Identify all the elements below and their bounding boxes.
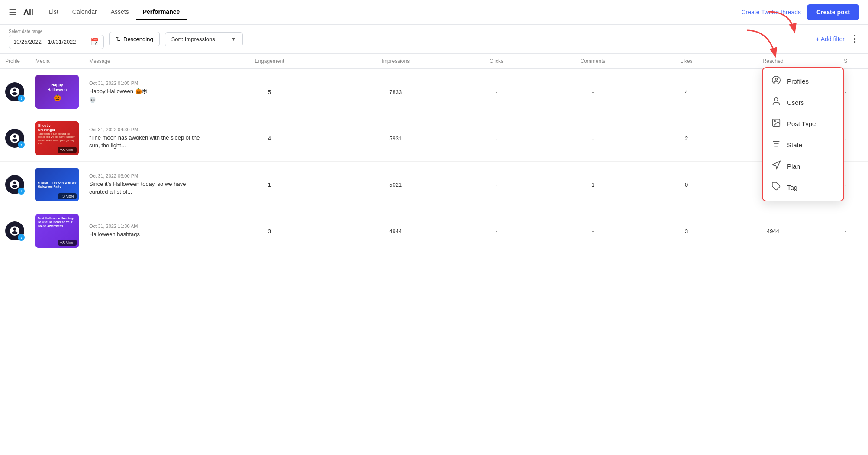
person-circle-icon: [771, 75, 781, 87]
date-range-value: 10/25/2022 – 10/31/2022: [13, 39, 76, 45]
likes-cell: 0: [650, 162, 723, 208]
filter-item-profiles[interactable]: Profiles: [763, 71, 843, 92]
twitter-badge: t: [18, 95, 25, 102]
calendar-icon: 📅: [90, 38, 99, 46]
filter-state-label: State: [787, 141, 802, 149]
twitter-badge: t: [18, 188, 25, 195]
svg-point-3: [774, 120, 775, 122]
sort-direction-button[interactable]: ⇅ Descending: [109, 32, 160, 46]
likes-cell: 4: [650, 69, 723, 115]
table-row: t HappyHalloween 🎃 Oct 31, 2022 01:05 PM…: [0, 69, 868, 115]
impressions-cell: 4944: [334, 208, 458, 254]
date-range-label: Select date range: [9, 29, 104, 34]
filter-item-post-type[interactable]: Post Type: [763, 113, 843, 134]
tab-list[interactable]: List: [42, 5, 65, 20]
message-cell: Oct 31, 2022 01:05 PM Happy Halloween 🎃🕷…: [84, 69, 205, 115]
avatar: t: [5, 221, 24, 240]
profile-cell: t: [0, 115, 30, 162]
col-impressions: Impressions: [334, 54, 458, 69]
sort-by-selector[interactable]: Sort: Impressions ▼: [165, 32, 243, 46]
media-thumbnail[interactable]: Best Halloween Hashtags To Use To Increa…: [35, 214, 79, 248]
date-range-wrapper: Select date range 10/25/2022 – 10/31/202…: [9, 29, 104, 49]
post-date: Oct 31, 2022 04:30 PM: [89, 127, 200, 132]
person-icon: [771, 97, 781, 108]
filter-profiles-label: Profiles: [787, 78, 809, 85]
profile-cell: t: [0, 208, 30, 254]
message-cell: Oct 31, 2022 04:30 PM "The moon has awok…: [84, 115, 205, 162]
tab-performance[interactable]: Performance: [136, 5, 187, 20]
clicks-cell: -: [458, 162, 536, 208]
avatar: t: [5, 82, 24, 101]
filter-item-users[interactable]: Users: [763, 92, 843, 113]
reached-cell: 4944: [723, 208, 823, 254]
post-message: "The moon has awoken with the sleep of t…: [89, 134, 200, 150]
more-badge: +3 More: [58, 240, 77, 246]
filter-item-plan[interactable]: Plan: [763, 156, 843, 177]
avatar: t: [5, 175, 24, 194]
profile-cell: t: [0, 69, 30, 115]
engagement-cell: 5: [205, 69, 334, 115]
impressions-cell: 5021: [334, 162, 458, 208]
more-options-button[interactable]: ⋮: [850, 34, 859, 44]
message-cell: Oct 31, 2022 11:30 AM Halloween hashtags: [84, 208, 205, 254]
message-cell: Oct 31, 2022 06:00 PM Since it's Hallowe…: [84, 162, 205, 208]
comments-cell: -: [536, 69, 650, 115]
table-row: t Best Halloween Hashtags To Use To Incr…: [0, 208, 868, 254]
clicks-cell: -: [458, 69, 536, 115]
post-message: Halloween hashtags: [89, 231, 200, 238]
col-clicks: Clicks: [458, 54, 536, 69]
col-profile: Profile: [0, 54, 30, 69]
filter-post-type-label: Post Type: [787, 120, 816, 127]
sort-direction-label: Descending: [123, 36, 153, 42]
likes-cell: 3: [650, 208, 723, 254]
engagement-cell: 4: [205, 115, 334, 162]
avatar: t: [5, 129, 24, 148]
profile-cell: t: [0, 162, 30, 208]
filter-icon: [771, 139, 781, 151]
hamburger-icon: ☰: [9, 7, 16, 17]
col-message: Message: [84, 54, 205, 69]
filter-item-state[interactable]: State: [763, 134, 843, 156]
create-twitter-threads-button[interactable]: Create Twitter threads: [741, 9, 800, 16]
table-container: Profile Media Message Engagement Impress…: [0, 54, 868, 254]
media-thumbnail[interactable]: Friends – The One with the Halloween Par…: [35, 168, 79, 202]
tab-assets[interactable]: Assets: [104, 5, 136, 20]
media-cell: Friends – The One with the Halloween Par…: [30, 162, 84, 208]
image-icon: [771, 118, 781, 130]
post-message: Happy Halloween 🎃🕷: [89, 88, 200, 95]
filter-tag-label: Tag: [787, 184, 797, 191]
date-range-picker[interactable]: 10/25/2022 – 10/31/2022 📅: [9, 35, 104, 49]
media-thumbnail[interactable]: HappyHalloween 🎃: [35, 75, 79, 109]
more-badge: +3 More: [58, 193, 77, 199]
media-cell: Best Halloween Hashtags To Use To Increa…: [30, 208, 84, 254]
sort-direction-icon: ⇅: [116, 36, 121, 42]
post-message: Since it's Halloween today, so we have c…: [89, 180, 200, 196]
toolbar: Select date range 10/25/2022 – 10/31/202…: [0, 25, 868, 54]
header: ☰ All List Calendar Assets Performance C…: [0, 0, 868, 25]
impressions-cell: 7833: [334, 69, 458, 115]
add-filter-button[interactable]: + Add filter: [816, 36, 845, 42]
hamburger-menu-button[interactable]: ☰: [9, 7, 16, 17]
col-comments: Comments: [536, 54, 650, 69]
sort-by-label: Sort: Impressions: [171, 36, 215, 42]
tab-calendar[interactable]: Calendar: [65, 5, 104, 20]
twitter-badge: t: [18, 234, 25, 241]
filter-plan-label: Plan: [787, 162, 800, 170]
col-likes: Likes: [650, 54, 723, 69]
post-date: Oct 31, 2022 06:00 PM: [89, 173, 200, 179]
likes-cell: 2: [650, 115, 723, 162]
filter-item-tag[interactable]: Tag: [763, 177, 843, 198]
table-row: t Friends – The One with the Halloween P…: [0, 162, 868, 208]
media-cell: HappyHalloween 🎃: [30, 69, 84, 115]
media-thumbnail[interactable]: GhostlyGreetings! Halloween is just arou…: [35, 121, 79, 155]
svg-point-1: [774, 98, 778, 101]
s-cell: -: [823, 208, 868, 254]
megaphone-icon: [771, 160, 781, 172]
header-actions: Create Twitter threads Create post: [741, 4, 859, 20]
twitter-badge: t: [18, 141, 25, 148]
nav-tabs: List Calendar Assets Performance: [42, 5, 187, 20]
clicks-cell: -: [458, 115, 536, 162]
engagement-cell: 3: [205, 208, 334, 254]
clicks-cell: -: [458, 208, 536, 254]
create-post-button[interactable]: Create post: [807, 4, 859, 20]
